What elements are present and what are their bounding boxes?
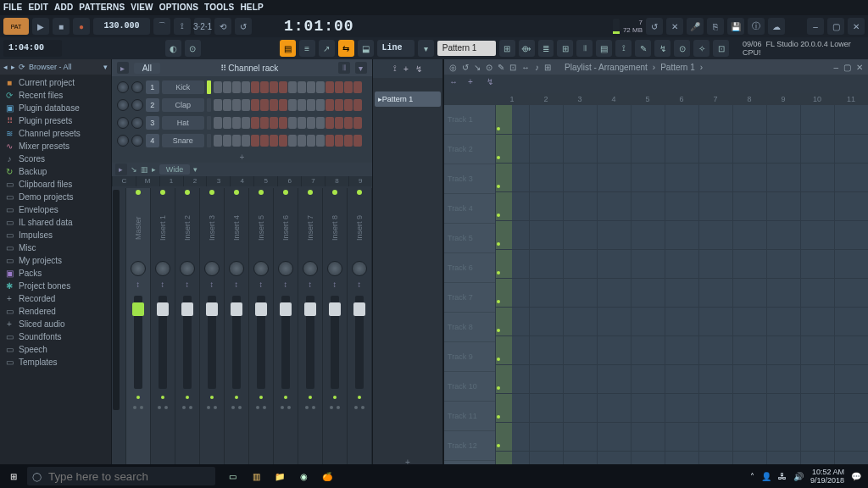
t6-icon[interactable]: ⟟	[615, 40, 632, 57]
step-cell[interactable]	[288, 135, 297, 147]
browser-item[interactable]: ▭Misc	[0, 241, 111, 254]
step-cell[interactable]	[316, 135, 325, 147]
track-mute-dot[interactable]	[497, 329, 500, 332]
playlist-menu-icon[interactable]: ◎	[449, 63, 457, 72]
mixer-insert-strip[interactable]: Insert 2 ↕	[175, 188, 200, 469]
pattern-selector[interactable]: Pattern 1	[437, 41, 496, 56]
view-pianoroll-button[interactable]: ≡	[299, 40, 315, 57]
step-cell[interactable]	[335, 99, 343, 111]
step-cell[interactable]	[326, 81, 334, 93]
step-cell[interactable]	[214, 135, 222, 147]
step-cell[interactable]	[260, 135, 269, 147]
playlist-t3-icon[interactable]: ⊙	[486, 63, 492, 72]
info-icon[interactable]: ⓘ	[748, 18, 765, 35]
browser-dropdown-icon[interactable]: ▾	[103, 63, 108, 71]
pl-tool-a-icon[interactable]: ↔	[449, 77, 463, 91]
fx-icon[interactable]: ↕	[209, 280, 214, 289]
playlist-track-name[interactable]: Track 2	[444, 135, 495, 164]
playlist-min-icon[interactable]: –	[833, 63, 838, 72]
step-cell[interactable]	[298, 135, 306, 147]
mixer-fader[interactable]	[331, 296, 339, 389]
step-cell[interactable]	[279, 99, 287, 111]
menu-add[interactable]: ADD	[54, 3, 73, 12]
mixer-pan-knob[interactable]	[327, 261, 342, 276]
mixer-pan-knob[interactable]	[131, 261, 146, 276]
mixer-insert-strip[interactable]: Insert 7 ↕	[298, 188, 323, 469]
maximize-icon[interactable]: ▢	[827, 18, 844, 35]
t3-icon[interactable]: ⊞	[557, 40, 573, 57]
view-mixer-button[interactable]: ⇆	[338, 40, 354, 57]
playlist-ruler[interactable]: 1234567891011	[444, 93, 868, 105]
step-cell[interactable]	[223, 99, 231, 111]
playlist-track-name[interactable]: Track 11	[444, 402, 495, 431]
mixer-pan-knob[interactable]	[352, 261, 367, 276]
step-cell[interactable]	[307, 99, 315, 111]
step-cell[interactable]	[298, 99, 306, 111]
pattern-menu-icon[interactable]: ⊞	[499, 40, 515, 57]
record-button[interactable]: ●	[73, 18, 90, 35]
channel-select-led[interactable]	[207, 80, 211, 94]
browser-item[interactable]: ▭Speech	[0, 343, 111, 356]
mixer-pan-knob[interactable]	[253, 261, 269, 276]
view-channel-button[interactable]: ↗	[319, 40, 335, 57]
channel-number[interactable]: 3	[146, 116, 159, 130]
task-view-icon[interactable]: ▭	[220, 464, 244, 488]
step-cell[interactable]	[270, 135, 278, 147]
browser-item[interactable]: ▭IL shared data	[0, 216, 111, 229]
playlist-t2-icon[interactable]: ↘	[474, 63, 481, 72]
browser-item[interactable]: +Recorded	[0, 292, 111, 305]
chrack-close-icon[interactable]: ▾	[355, 62, 367, 74]
channel-name[interactable]: Clap	[162, 98, 204, 112]
step-cell[interactable]	[279, 135, 287, 147]
mixer-fader[interactable]	[306, 296, 314, 389]
step-cell[interactable]	[316, 81, 325, 93]
step-cell[interactable]	[242, 99, 250, 111]
step-cell[interactable]	[279, 81, 287, 93]
mixer-master-strip[interactable]: Master ↕	[126, 188, 151, 469]
step-cell[interactable]	[344, 135, 353, 147]
chrack-opt-icon[interactable]: ⫴	[338, 62, 350, 74]
channel-vol-knob[interactable]	[131, 99, 143, 111]
browser-item[interactable]: ▭Soundfonts	[0, 330, 111, 343]
fx-icon[interactable]: ↕	[308, 280, 312, 289]
channel-pan-knob[interactable]	[117, 81, 129, 93]
mixer-insert-strip[interactable]: Insert 4 ↕	[225, 188, 249, 469]
menu-options[interactable]: OPTIONS	[159, 3, 198, 12]
playlist-t7-icon[interactable]: ♪	[535, 63, 539, 72]
step-cell[interactable]	[260, 117, 269, 129]
t7-icon[interactable]: ✎	[635, 40, 651, 57]
playlist-t4-icon[interactable]: ✎	[498, 63, 504, 72]
mixer-insert-strip[interactable]: Insert 6 ↕	[274, 188, 298, 469]
step-cell[interactable]	[344, 99, 353, 111]
pattern-item[interactable]: ▸ Pattern 1	[375, 92, 441, 107]
mixer-fader[interactable]	[159, 296, 167, 389]
metronome-1-icon[interactable]: ⌒	[153, 18, 170, 35]
about-icon[interactable]: ☁	[768, 18, 785, 35]
track-mute-dot[interactable]	[497, 156, 500, 159]
mixer-pan-knob[interactable]	[204, 261, 220, 276]
mixer-fader[interactable]	[183, 296, 192, 389]
playlist-track-name[interactable]: Track 7	[444, 283, 495, 313]
mixer-i3-icon[interactable]: ▸	[152, 165, 156, 174]
step-cell[interactable]	[232, 117, 241, 129]
playlist-cls-icon[interactable]: ✕	[856, 63, 863, 72]
step-cell[interactable]	[223, 117, 231, 129]
undo-icon[interactable]: ↺	[646, 18, 663, 35]
step-cell[interactable]	[251, 99, 259, 111]
step-cell[interactable]	[307, 135, 315, 147]
tray-net-icon[interactable]: 🖧	[778, 472, 787, 481]
fx-icon[interactable]: ↕	[160, 280, 164, 289]
step-cell[interactable]	[270, 117, 278, 129]
metronome-2-icon[interactable]: ⟟	[174, 18, 191, 35]
browser-item[interactable]: ↻Backup	[0, 165, 111, 178]
view-playlist-button[interactable]: ▤	[280, 40, 296, 57]
tempo-display[interactable]: 130.000	[93, 18, 150, 35]
mixer-fader[interactable]	[281, 296, 290, 389]
browser-back-icon[interactable]: ◂	[3, 63, 8, 71]
fx-icon[interactable]: ↕	[332, 280, 337, 289]
step-cell[interactable]	[270, 81, 278, 93]
t5-icon[interactable]: ▤	[596, 40, 612, 57]
track-mute-dot[interactable]	[497, 214, 500, 217]
playlist-track-name[interactable]: Track 4	[444, 194, 495, 224]
step-cell[interactable]	[344, 81, 353, 93]
